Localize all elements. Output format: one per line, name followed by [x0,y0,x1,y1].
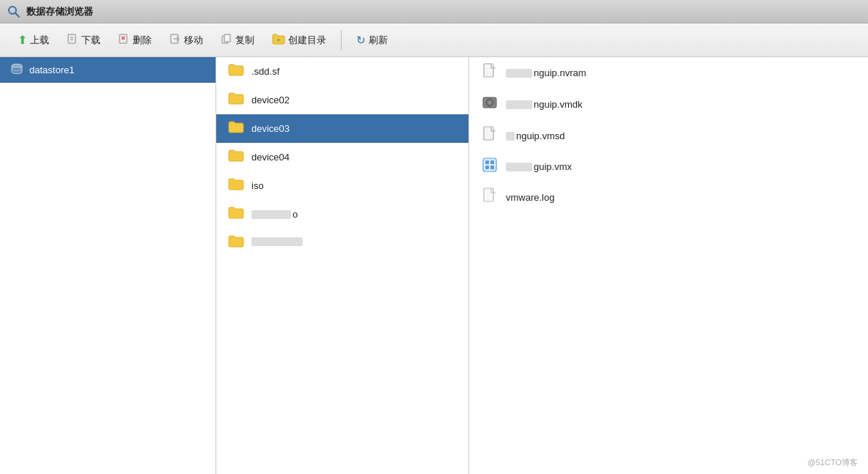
footer-watermark: @51CTO博客 [808,457,858,468]
svg-rect-21 [483,158,496,171]
svg-rect-23 [490,160,494,164]
detail-panel: nguip.nvram nguip.vmdk nguip.vmsd [469,57,868,474]
file-vmsd-name: nguip.vmsd [506,130,564,141]
folder-device02-label: device02 [251,95,290,105]
datastore-icon [10,63,23,77]
move-icon [169,33,181,48]
log-icon [481,188,499,207]
download-label: 下载 [81,34,100,47]
upload-icon: ⬆ [18,33,27,47]
folder-sdd[interactable]: .sdd.sf [216,57,468,86]
file-vmsd[interactable]: nguip.vmsd [469,120,868,152]
folder-device04-label: device04 [251,152,290,163]
folder-icon [228,120,244,137]
folder-iso-label: iso [251,180,264,191]
file-vmx[interactable]: guip.vmx [469,152,868,182]
datastore-label: datastore1 [29,64,74,75]
folder-iso[interactable]: iso [216,171,468,200]
folder-icon [228,63,244,80]
file-vmdk[interactable]: nguip.vmdk [469,89,868,120]
sidebar-item-datastore1[interactable]: datastore1 [0,57,216,83]
folder-blurred2[interactable] [216,229,468,257]
svg-rect-24 [485,166,489,169]
folder-sdd-label: .sdd.sf [251,66,279,77]
folder-icon [228,92,244,108]
svg-rect-16 [484,64,493,77]
file-vmx-name: guip.vmx [506,161,572,172]
toolbar-divider [341,30,342,51]
svg-rect-22 [485,160,489,164]
refresh-label: 刷新 [369,34,388,47]
svg-point-19 [488,101,491,104]
svg-point-15 [12,67,22,71]
svg-rect-25 [490,166,494,169]
main-area: datastore1 .sdd.sf device02 device03 [0,57,868,474]
app-icon [7,5,21,18]
folder-blurred2-name [251,237,303,248]
folder-icon [228,234,244,251]
file-log[interactable]: vmware.log [469,182,868,213]
doc-icon [481,63,499,83]
refresh-button[interactable]: ↻ 刷新 [349,31,395,50]
folder-device02[interactable]: device02 [216,86,468,114]
folder-device04[interactable]: device04 [216,143,468,171]
toolbar: ⬆ 上载 下载 删除 移动 复制 + 创建目录 ↻ 刷 [0,23,868,57]
file-vmdk-name: nguip.vmdk [506,99,582,110]
sidebar: datastore1 [0,57,216,474]
app-title: 数据存储浏览器 [26,5,93,18]
move-label: 移动 [184,34,203,47]
file-nvram[interactable]: nguip.nvram [469,57,868,89]
copy-icon [221,33,232,48]
mkdir-icon: + [272,33,285,48]
copy-button[interactable]: 复制 [213,30,262,51]
svg-rect-20 [484,127,493,140]
svg-text:+: + [276,37,280,44]
copy-label: 复制 [235,34,254,47]
delete-label: 删除 [133,34,152,47]
mkdir-label: 创建目录 [288,34,326,47]
folder-icon [228,206,244,223]
delete-button[interactable]: 删除 [111,30,159,51]
svg-line-1 [15,13,19,17]
download-icon [67,33,78,48]
folder-icon [228,149,244,166]
upload-label: 上载 [30,34,49,47]
svg-rect-2 [68,34,76,43]
svg-rect-26 [484,188,493,201]
doc-icon [481,126,499,146]
move-button[interactable]: 移动 [162,30,210,51]
file-nvram-name: nguip.nvram [506,67,586,78]
footer-text: @51CTO博客 [808,458,858,467]
folder-blurred1-name: o [251,209,298,220]
svg-rect-11 [224,34,230,42]
title-bar: 数据存储浏览器 [0,0,868,23]
delete-icon [118,33,130,48]
mkdir-button[interactable]: + 创建目录 [265,30,334,51]
upload-button[interactable]: ⬆ 上载 [10,30,56,50]
vmx-icon [481,158,499,176]
disk-icon [481,95,499,114]
file-log-name: vmware.log [506,192,554,203]
folder-blurred1[interactable]: o [216,200,468,229]
folder-icon [228,177,244,194]
folder-device03-label: device03 [251,123,290,134]
folder-device03[interactable]: device03 [216,114,468,143]
download-button[interactable]: 下载 [59,30,108,51]
file-panel: .sdd.sf device02 device03 device04 [216,57,469,474]
refresh-icon: ↻ [356,34,366,47]
